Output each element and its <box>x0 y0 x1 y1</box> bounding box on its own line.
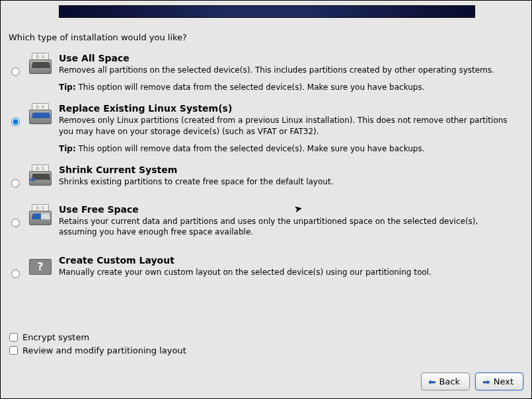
radio-replace-existing[interactable] <box>11 118 20 126</box>
option-shrink-current[interactable]: O S Shrink Current System Shrinks existi… <box>9 164 523 194</box>
option-tip: Tip: This option will remove data from t… <box>59 143 517 154</box>
radio-create-custom[interactable] <box>11 270 20 278</box>
option-replace-existing[interactable]: O S Replace Existing Linux System(s) Rem… <box>9 103 523 154</box>
option-title: Create Custom Layout <box>59 255 517 266</box>
encrypt-system-checkbox[interactable] <box>9 333 18 342</box>
encrypt-system-label: Encrypt system <box>22 332 89 342</box>
option-tip: Tip: This option will remove data from t… <box>59 82 517 92</box>
next-button-label: Next <box>494 377 513 386</box>
disk-icon: O S <box>29 164 52 187</box>
nav-buttons: ⬅ Back ➡ Next <box>421 373 523 390</box>
review-layout-row[interactable]: Review and modify partitioning layout <box>9 345 186 355</box>
review-layout-checkbox[interactable] <box>9 346 18 355</box>
option-desc: Removes only Linux partitions (created f… <box>59 115 517 136</box>
disk-icon: O S <box>29 103 52 126</box>
option-desc: Shrinks existing partitions to create fr… <box>59 176 517 187</box>
disk-icon: O S <box>29 53 52 75</box>
option-use-free-space[interactable]: O S Use Free Space Retains your current … <box>9 204 523 244</box>
option-title: Use Free Space <box>59 204 517 215</box>
option-use-all-space[interactable]: O S Use All Space Removes all partitions… <box>9 53 523 92</box>
encrypt-system-row[interactable]: Encrypt system <box>9 332 186 342</box>
option-create-custom[interactable]: Create Custom Layout Manually create you… <box>9 255 523 284</box>
option-desc: Removes all partitions on the selected d… <box>59 65 517 75</box>
radio-shrink-current[interactable] <box>11 179 20 188</box>
arrow-left-icon: ⬅ <box>428 377 436 386</box>
option-title: Use All Space <box>59 53 517 63</box>
installation-prompt: Which type of installation would you lik… <box>9 32 523 42</box>
extra-options: Encrypt system Review and modify partiti… <box>9 332 186 359</box>
arrow-right-icon: ➡ <box>482 377 490 386</box>
question-icon <box>29 255 52 277</box>
option-title: Shrink Current System <box>59 164 517 175</box>
option-title: Replace Existing Linux System(s) <box>59 103 517 114</box>
installation-options: O S Use All Space Removes all partitions… <box>9 53 523 284</box>
review-layout-label: Review and modify partitioning layout <box>22 345 186 355</box>
radio-use-free-space[interactable] <box>11 219 20 227</box>
option-desc: Manually create your own custom layout o… <box>59 267 517 277</box>
header-banner <box>59 5 475 18</box>
back-button-label: Back <box>439 377 460 386</box>
back-button[interactable]: ⬅ Back <box>421 373 470 390</box>
radio-use-all-space[interactable] <box>11 67 20 76</box>
disk-icon: O S <box>29 204 52 227</box>
next-button[interactable]: ➡ Next <box>475 373 523 390</box>
option-desc: Retains your current data and partitions… <box>59 216 517 237</box>
